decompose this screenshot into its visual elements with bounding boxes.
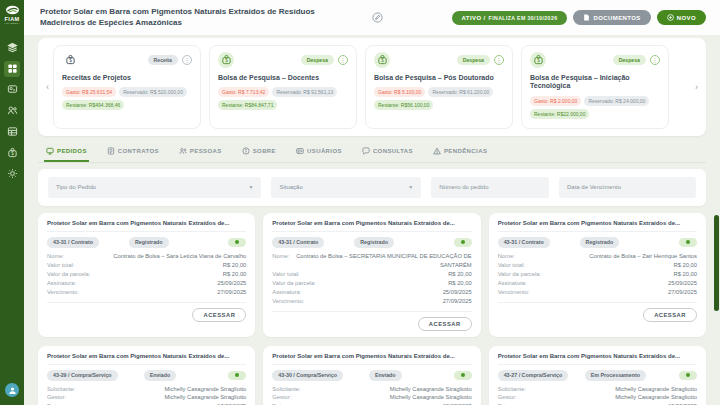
field-row: Solicitante:Michelly Casagrande Straglio…	[498, 385, 697, 394]
order-ref-badge: 43-31 / Contrato	[498, 237, 550, 248]
svg-text:$: $	[69, 58, 72, 63]
money-bag-icon: $	[530, 52, 546, 68]
order-card-title: Protetor Solar em Barra com Pigmentos Na…	[47, 353, 246, 365]
order-ref-badge: 43-31 / Contrato	[272, 237, 324, 248]
order-ref-badge: 43-31 / Contrato	[47, 237, 99, 248]
status-dot-badge	[228, 238, 246, 247]
type-badge: Despesa	[457, 55, 490, 65]
order-ref-badge: 43-30 / Compra/Serviço	[272, 370, 343, 381]
status-finaliza-button[interactable]: ATIVO / FINALIZA EM 30/10/2026	[452, 11, 568, 25]
numero-pedido-input[interactable]	[431, 177, 549, 198]
plus-circle-icon	[667, 14, 674, 21]
id-card-icon	[296, 147, 304, 155]
budget-card-title: Bolsa de Pesquisa – Pós Doutorado	[374, 74, 504, 83]
vertical-scrollbar-thumb[interactable]	[714, 215, 719, 311]
svg-text:$: $	[11, 151, 14, 156]
status-dot-badge	[454, 371, 472, 380]
acessar-button[interactable]: ACESSAR	[418, 317, 472, 331]
logo-subtext: AMAZÔNIA	[4, 22, 19, 25]
data-vencimento-input[interactable]	[559, 177, 696, 198]
order-status-badge: Registrado	[129, 237, 169, 248]
svg-text:$: $	[381, 58, 384, 63]
budget-card-receitas: $ Receita ⋮ Receitas de Projetos Gasto: …	[53, 45, 201, 129]
pencil-circle-icon	[372, 12, 383, 23]
tab-pendencias[interactable]: PENDÊNCIAS	[431, 142, 489, 162]
tab-pessoas[interactable]: PESSOAS	[177, 142, 224, 162]
order-status-badge: Enviado	[144, 370, 177, 381]
sidebar-item-table[interactable]	[4, 124, 20, 140]
sidebar-item-people[interactable]	[4, 103, 20, 119]
order-card: Protetor Solar em Barra com Pigmentos Na…	[489, 213, 706, 337]
field-row: Gestor:Michelly Casagrande Stragliotto	[498, 393, 697, 402]
type-badge: Despesa	[613, 55, 646, 65]
sidebar-item-dashboard[interactable]	[4, 61, 20, 77]
gasto-chip: Gasto: R$ 2.000,00	[530, 96, 581, 106]
carousel-next-button[interactable]: ›	[691, 82, 702, 92]
budget-cards: $ Receita ⋮ Receitas de Projetos Gasto: …	[53, 45, 691, 129]
people-icon	[7, 105, 18, 116]
sidebar-item-layers[interactable]	[4, 40, 20, 56]
green-dot-icon	[235, 373, 239, 377]
field-row: Valor da parcela:R$ 20,00	[498, 270, 697, 279]
order-card-title: Protetor Solar em Barra com Pigmentos Na…	[272, 220, 471, 232]
monitor-icon	[46, 147, 54, 155]
status-dot-badge	[679, 238, 697, 247]
card-menu-button[interactable]: ⋮	[494, 55, 504, 65]
status-dot-badge	[454, 238, 472, 247]
order-status-badge: Enviado	[369, 370, 402, 381]
documents-button[interactable]: DOCUMENTOS	[573, 10, 650, 25]
user-avatar[interactable]	[5, 383, 19, 397]
status-dot-badge	[228, 371, 246, 380]
field-row: Valor da parcela:R$ 20,00	[47, 270, 246, 279]
people-icon	[179, 147, 187, 155]
tab-pedidos[interactable]: PEDIDOS	[44, 142, 89, 162]
card-menu-button[interactable]: ⋮	[650, 55, 660, 65]
order-card-title: Protetor Solar em Barra com Pigmentos Na…	[272, 353, 471, 365]
situacao-select[interactable]: Situação ▼	[271, 177, 421, 198]
field-row: Valor total:R$ 20,00	[272, 270, 471, 279]
acessar-button[interactable]: ACESSAR	[643, 308, 697, 322]
field-row: Vencimento:27/09/2025	[498, 288, 697, 297]
new-button[interactable]: NOVO	[657, 10, 706, 25]
order-card-title: Protetor Solar em Barra com Pigmentos Na…	[47, 220, 246, 232]
tipo-pedido-select[interactable]: Tipo do Pedido ▼	[48, 177, 261, 198]
budget-card-docentes: $ Despesa ⋮ Bolsa de Pesquisa – Docentes…	[209, 45, 357, 129]
card-menu-button[interactable]: ⋮	[338, 55, 348, 65]
leaf-swoosh-icon	[5, 5, 20, 15]
green-dot-icon	[461, 373, 465, 377]
top-bar: Protetor Solar em Barra com Pigmentos Na…	[24, 0, 720, 35]
field-row: Gestor:Michelly Casagrande Stragliotto	[47, 393, 246, 402]
budget-carousel: ‹ $ Receita ⋮ Receitas de Projetos	[38, 38, 706, 136]
field-row: Solicitante:Michelly Casagrande Straglio…	[47, 385, 246, 394]
edit-project-button[interactable]	[372, 12, 383, 23]
type-badge: Despesa	[301, 55, 334, 65]
card-menu-button[interactable]: ⋮	[182, 55, 192, 65]
section-tabs: PEDIDOS CONTRATOS PESSOAS SOBRE USU	[38, 142, 706, 163]
field-row: Valor total:R$ 20,00	[47, 261, 246, 270]
order-card-title: Protetor Solar em Barra com Pigmentos Na…	[498, 220, 697, 232]
type-badge: Receita	[148, 55, 178, 65]
tab-contratos[interactable]: CONTRATOS	[105, 142, 161, 162]
sidebar-item-presentation[interactable]	[4, 82, 20, 98]
order-status-badge: Registrado	[580, 237, 620, 248]
sidebar: FIAM AMAZÔNIA $	[0, 0, 24, 405]
acessar-button[interactable]: ACESSAR	[192, 308, 246, 322]
field-row: Valor total:R$ 20,00	[498, 261, 697, 270]
sidebar-item-settings[interactable]	[4, 166, 20, 182]
status-label: ATIVO /	[462, 15, 486, 21]
fiam-logo: FIAM AMAZÔNIA	[4, 5, 19, 25]
reservado-chip: Reservado: R$ 61.200,00	[428, 87, 493, 97]
sidebar-item-finance[interactable]: $	[4, 145, 20, 161]
field-row: Assinatura:25/09/2025	[498, 279, 697, 288]
order-status-badge: Em Processamento	[585, 370, 646, 381]
gasto-chip: Gasto: R$ 5.100,00	[374, 87, 425, 97]
gasto-chip: Gasto: R$ 25.631,54	[62, 87, 116, 97]
field-row: Nome:Contrato de Bolsa – SECRETARIA MUNI…	[272, 252, 471, 270]
tab-usuarios[interactable]: USUÁRIOS	[294, 142, 344, 162]
person-icon	[8, 386, 17, 395]
tab-consultas[interactable]: CONSULTAS	[360, 142, 415, 162]
tab-sobre[interactable]: SOBRE	[240, 142, 278, 162]
order-ref-badge: 43-27 / Compra/Serviço	[498, 370, 569, 381]
carousel-prev-button[interactable]: ‹	[42, 82, 53, 92]
field-row: Assinatura:25/09/2025	[272, 288, 471, 297]
